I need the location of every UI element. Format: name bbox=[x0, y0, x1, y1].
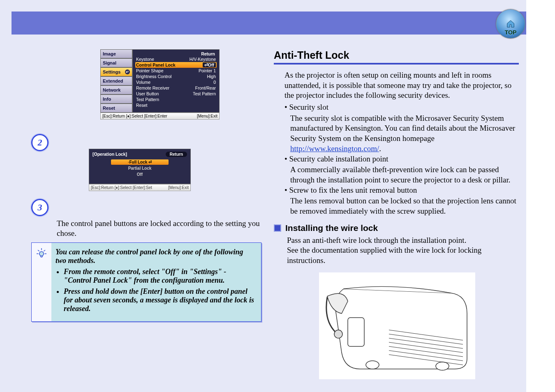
tip-box: You can release the control panel lock b… bbox=[31, 242, 261, 322]
page-margin bbox=[526, 0, 555, 392]
osd-return-label: Return bbox=[135, 51, 217, 56]
svg-line-2 bbox=[38, 250, 39, 251]
osd-row: User ButtonTest Pattern bbox=[135, 91, 217, 97]
projector-illustration bbox=[319, 272, 475, 379]
tip-intro: You can release the control panel lock b… bbox=[56, 248, 254, 265]
osd-help-right: [Menu]:Exit bbox=[197, 114, 217, 118]
bullet-3-body: The lens removal button can be locked so… bbox=[290, 196, 519, 216]
osd-row: Brightness ControlHigh bbox=[135, 74, 217, 79]
osd2-option: Off bbox=[111, 172, 169, 177]
kensington-link[interactable]: http://www.kensington.com/ bbox=[290, 144, 379, 153]
bullet-1-label: Security slot bbox=[289, 103, 328, 111]
left-body-text: The control panel buttons are locked acc… bbox=[57, 219, 262, 238]
osd-row: Test Pattern bbox=[135, 97, 217, 102]
svg-point-7 bbox=[436, 362, 449, 370]
bullet-2-label: Security cable installation point bbox=[289, 154, 388, 163]
top-button[interactable]: TOP bbox=[496, 9, 525, 39]
bullet-1-body: The security slot is compatible with the… bbox=[290, 114, 515, 143]
section-title: Anti-Theft Lock bbox=[274, 49, 519, 65]
osd-tab-info: Info bbox=[100, 95, 132, 104]
svg-point-16 bbox=[334, 330, 342, 338]
osd-tab-extended: Extended bbox=[100, 76, 132, 85]
osd2-help-left: [Esc]:Return [♦]:Select [Enter]:Set bbox=[91, 185, 152, 190]
square-bullet-icon bbox=[274, 224, 281, 232]
osd-row: Reset bbox=[135, 102, 217, 108]
svg-rect-15 bbox=[348, 318, 364, 346]
osd-row: Remote ReceiverFront/Rear bbox=[135, 85, 217, 91]
svg-point-0 bbox=[39, 251, 44, 256]
osd-row: Volume0 bbox=[135, 79, 217, 85]
bullet-3-label: Screw to fix the lens unit removal butto… bbox=[289, 186, 417, 194]
header-bar bbox=[12, 12, 526, 35]
top-label: TOP bbox=[505, 29, 517, 36]
osd-row: Control Panel Lock⏎Off bbox=[135, 62, 217, 68]
step-3-marker: 3 bbox=[31, 199, 49, 216]
tip-bullet-1: From the remote control, select "Off" in… bbox=[64, 267, 254, 285]
osd-row: KeystoneH/V-Keystone bbox=[135, 56, 217, 62]
osd2-return: Return bbox=[166, 152, 187, 157]
svg-point-6 bbox=[366, 361, 379, 369]
tip-bullet-2: Press and hold down the [Enter] button o… bbox=[64, 287, 254, 313]
settings-menu-screenshot: ImageSignalSettings↵ExtendedNetworkInfoR… bbox=[100, 49, 220, 120]
osd2-title: [Operation Lock] bbox=[92, 152, 127, 157]
tip-icon bbox=[35, 247, 48, 259]
osd-tab-reset: Reset bbox=[100, 104, 132, 113]
operation-lock-screenshot: [Operation Lock] Return ◦Full Lock ⏎Part… bbox=[89, 149, 191, 191]
osd2-option: ◦Full Lock ⏎ bbox=[111, 159, 169, 165]
step-2-marker: 2 bbox=[31, 134, 49, 151]
sub-paragraph-1: Pass an anti-theft wire lock through the… bbox=[287, 235, 519, 246]
svg-line-3 bbox=[44, 250, 45, 251]
osd-row: Pointer ShapePointer 1 bbox=[135, 68, 217, 74]
osd-tab-image: Image bbox=[100, 49, 132, 58]
osd-help-left: [Esc]:Return [♦]:Select [Enter]:Enter bbox=[102, 114, 167, 118]
osd-tab-network: Network bbox=[100, 85, 132, 95]
intro-paragraph: As the projector is often setup on ceili… bbox=[284, 70, 519, 101]
home-icon bbox=[505, 19, 516, 28]
osd2-option: Partial Lock bbox=[111, 166, 169, 171]
osd-tab-signal: Signal bbox=[100, 58, 132, 67]
osd-tab-settings: Settings↵ bbox=[100, 67, 132, 76]
sub-paragraph-2: See the documentation supplied with the … bbox=[287, 245, 519, 265]
osd2-help-right: [Menu]:Exit bbox=[168, 185, 189, 190]
subsection-heading: Installing the wire lock bbox=[274, 223, 519, 233]
subsection-title: Installing the wire lock bbox=[285, 223, 378, 233]
bullet-2-body: A commercially available theft-preventio… bbox=[290, 165, 519, 185]
